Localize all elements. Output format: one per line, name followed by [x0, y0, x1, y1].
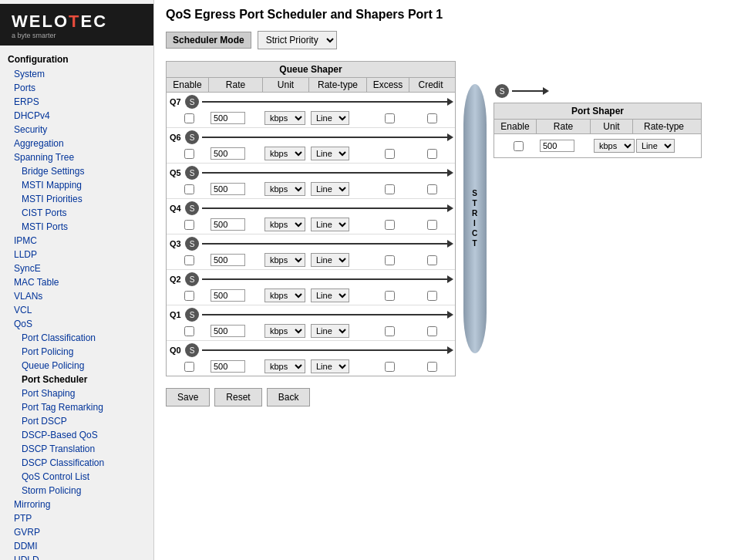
q1-rate-input[interactable]: [211, 325, 245, 337]
q2-excess[interactable]: [369, 291, 411, 301]
q6-ratetype-select[interactable]: LineData: [311, 147, 349, 160]
sidebar-item-queue-policing[interactable]: Queue Policing: [0, 359, 153, 373]
back-button[interactable]: Back: [267, 388, 311, 407]
q1-enable-checkbox[interactable]: [184, 326, 194, 336]
q5-unit-select[interactable]: kbpsMbps: [264, 182, 305, 196]
q5-rate-input[interactable]: [211, 183, 245, 195]
sidebar-item-ports[interactable]: Ports: [0, 81, 153, 95]
q3-credit-checkbox[interactable]: [427, 255, 437, 265]
q0-excess-checkbox[interactable]: [385, 362, 395, 372]
q4-unit-select[interactable]: kbpsMbps: [264, 218, 305, 231]
q4-excess-checkbox[interactable]: [385, 220, 395, 230]
q6-enable-checkbox[interactable]: [184, 149, 194, 159]
sidebar-item-udld[interactable]: UDLD: [0, 553, 153, 560]
q5-enable[interactable]: [168, 184, 211, 194]
q5-enable-checkbox[interactable]: [184, 184, 194, 194]
sidebar-item-dscp-translation[interactable]: DSCP Translation: [0, 442, 153, 456]
q1-excess[interactable]: [369, 326, 411, 336]
q7-ratetype-select[interactable]: LineData: [311, 111, 349, 125]
q0-credit-checkbox[interactable]: [427, 362, 437, 372]
q3-enable-checkbox[interactable]: [184, 255, 194, 265]
reset-button[interactable]: Reset: [214, 388, 261, 407]
q5-excess[interactable]: [369, 184, 411, 194]
sidebar-item-qos-control-list[interactable]: QoS Control List: [0, 470, 153, 484]
q3-unit-select[interactable]: kbpsMbps: [264, 253, 305, 267]
q4-credit-checkbox[interactable]: [427, 220, 437, 230]
q2-enable[interactable]: [168, 291, 211, 301]
sidebar-item-ptp[interactable]: PTP: [0, 511, 153, 525]
q7-excess[interactable]: [369, 113, 411, 123]
sidebar-item-vlans[interactable]: VLANs: [0, 289, 153, 303]
sidebar-item-vcl[interactable]: VCL: [0, 303, 153, 317]
q5-credit-checkbox[interactable]: [427, 184, 437, 194]
q4-excess[interactable]: [369, 220, 411, 230]
sidebar-item-msti-mapping[interactable]: MSTI Mapping: [0, 178, 153, 192]
q4-enable-checkbox[interactable]: [184, 220, 194, 230]
q3-ratetype-select[interactable]: LineData: [311, 253, 349, 267]
q6-excess-checkbox[interactable]: [385, 149, 395, 159]
q1-unit-select[interactable]: kbpsMbps: [264, 324, 305, 338]
q3-enable[interactable]: [168, 255, 211, 265]
q7-credit-checkbox[interactable]: [427, 113, 437, 123]
q7-rate-input[interactable]: [211, 112, 245, 124]
sidebar-item-port-tag-remarking[interactable]: Port Tag Remarking: [0, 400, 153, 414]
q1-credit-checkbox[interactable]: [427, 326, 437, 336]
ps-rate-input[interactable]: [540, 140, 574, 152]
q3-excess-checkbox[interactable]: [385, 255, 395, 265]
q2-credit-checkbox[interactable]: [427, 291, 437, 301]
q5-credit[interactable]: [411, 184, 453, 194]
sidebar-item-port-policing[interactable]: Port Policing: [0, 345, 153, 359]
q4-credit[interactable]: [411, 220, 453, 230]
ps-ratetype-select[interactable]: LineData: [636, 139, 675, 153]
q7-excess-checkbox[interactable]: [385, 113, 395, 123]
sidebar-item-dhcpv4[interactable]: DHCPv4: [0, 109, 153, 123]
sidebar-item-mirroring[interactable]: Mirroring: [0, 498, 153, 511]
q0-enable-checkbox[interactable]: [184, 362, 194, 372]
sidebar-item-gvrp[interactable]: GVRP: [0, 525, 153, 539]
q4-enable[interactable]: [168, 220, 211, 230]
q3-rate-input[interactable]: [211, 254, 245, 266]
scheduler-mode-select[interactable]: Strict Priority Weighted: [258, 31, 337, 49]
sidebar-item-storm-policing[interactable]: Storm Policing: [0, 484, 153, 498]
q1-excess-checkbox[interactable]: [385, 326, 395, 336]
sidebar-item-msti-priorities[interactable]: MSTI Priorities: [0, 192, 153, 206]
q5-ratetype-select[interactable]: LineData: [311, 182, 349, 196]
sidebar-item-msti-ports[interactable]: MSTI Ports: [0, 220, 153, 234]
sidebar-item-qos[interactable]: QoS: [0, 317, 153, 331]
q0-rate-input[interactable]: [211, 360, 245, 373]
sidebar-item-security[interactable]: Security: [0, 123, 153, 137]
q2-ratetype-select[interactable]: LineData: [311, 288, 349, 302]
q6-excess[interactable]: [369, 149, 411, 159]
sidebar-item-lldp[interactable]: LLDP: [0, 248, 153, 261]
q5-excess-checkbox[interactable]: [385, 184, 395, 194]
sidebar-item-ddmi[interactable]: DDMI: [0, 539, 153, 553]
q0-excess[interactable]: [369, 362, 411, 372]
sidebar-item-spanning-tree[interactable]: Spanning Tree: [0, 150, 153, 164]
sidebar-item-erps[interactable]: ERPS: [0, 95, 153, 109]
q0-ratetype-select[interactable]: LineData: [311, 359, 349, 373]
q6-credit-checkbox[interactable]: [427, 149, 437, 159]
sidebar-item-port-dscp[interactable]: Port DSCP: [0, 414, 153, 428]
q1-ratetype-select[interactable]: LineData: [311, 324, 349, 338]
q0-credit[interactable]: [411, 362, 453, 372]
sidebar-item-aggregation[interactable]: Aggregation: [0, 137, 153, 150]
q2-enable-checkbox[interactable]: [184, 291, 194, 301]
q7-enable[interactable]: [168, 113, 211, 123]
sidebar-item-port-scheduler[interactable]: Port Scheduler: [0, 373, 153, 386]
q7-credit[interactable]: [411, 113, 453, 123]
q1-credit[interactable]: [411, 326, 453, 336]
q6-rate-input[interactable]: [211, 147, 245, 160]
sidebar-item-dscp-classification[interactable]: DSCP Classification: [0, 456, 153, 470]
ps-enable[interactable]: [497, 141, 540, 151]
q7-unit-select[interactable]: kbpsMbps: [264, 111, 305, 125]
q0-enable[interactable]: [168, 362, 211, 372]
q4-ratetype-select[interactable]: LineData: [311, 218, 349, 231]
sidebar-item-bridge-settings[interactable]: Bridge Settings: [0, 164, 153, 178]
ps-unit-select[interactable]: kbpsMbps: [594, 139, 635, 153]
q6-unit-select[interactable]: kbpsMbps: [264, 147, 305, 160]
sidebar-item-cist-ports[interactable]: CIST Ports: [0, 206, 153, 220]
q1-enable[interactable]: [168, 326, 211, 336]
q3-excess[interactable]: [369, 255, 411, 265]
q2-unit-select[interactable]: kbpsMbps: [264, 288, 305, 302]
q3-credit[interactable]: [411, 255, 453, 265]
